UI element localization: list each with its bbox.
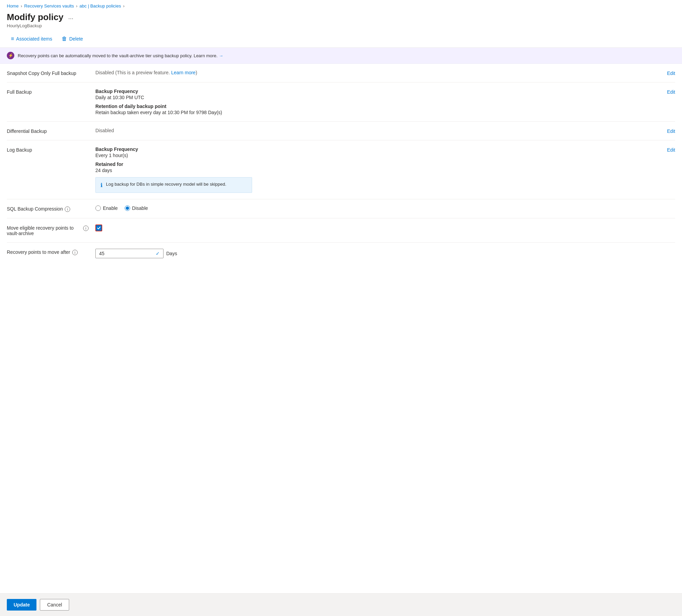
full-backup-freq-value: Daily at 10:30 PM UTC: [95, 95, 660, 100]
breadcrumb-vaults[interactable]: Recovery Services vaults: [24, 3, 74, 9]
full-backup-freq-title: Backup Frequency: [95, 89, 660, 94]
sql-compression-detail: Enable Disable: [95, 205, 675, 211]
banner-text: Recovery points can be automatically mov…: [18, 53, 223, 58]
log-backup-info-icon: ℹ: [100, 182, 103, 188]
banner-icon: ⚡: [7, 52, 14, 59]
sql-compression-label: SQL Backup Compression: [7, 206, 63, 212]
recovery-points-detail: 45 ✓ Days: [95, 249, 675, 258]
info-banner: ⚡ Recovery points can be automatically m…: [0, 48, 682, 64]
full-backup-detail: Backup Frequency Daily at 10:30 PM UTC R…: [95, 89, 660, 115]
full-backup-edit-link[interactable]: Edit: [667, 89, 675, 95]
sql-compression-row: SQL Backup Compression i Enable Disable: [7, 199, 675, 218]
snapshot-learn-more-link[interactable]: Learn more: [171, 70, 196, 75]
recovery-points-value: 45: [99, 251, 105, 256]
delete-icon: 🗑: [62, 36, 67, 42]
snapshot-copy-only-detail: Disabled (This is a preview feature. Lea…: [95, 70, 660, 75]
snapshot-copy-only-edit-link[interactable]: Edit: [667, 70, 675, 76]
vault-archive-detail: [95, 225, 675, 231]
log-backup-freq-value: Every 1 hour(s): [95, 153, 660, 158]
recovery-points-suffix: Days: [166, 251, 177, 256]
snapshot-copy-only-row: Snapshot Copy Only Full backup Disabled …: [7, 64, 675, 82]
differential-backup-detail: Disabled: [95, 128, 660, 133]
full-backup-retention-value: Retain backup taken every day at 10:30 P…: [95, 110, 660, 115]
sql-compression-enable-radio[interactable]: [95, 205, 101, 211]
sql-compression-enable-label: Enable: [103, 205, 118, 211]
log-backup-retained-title: Retained for: [95, 161, 660, 167]
differential-backup-value: Disabled: [95, 128, 114, 133]
sql-compression-info-icon: i: [65, 206, 70, 212]
sql-compression-disable-radio[interactable]: [125, 205, 130, 211]
vault-archive-checkbox[interactable]: [95, 225, 102, 231]
vault-archive-label-container: Move eligible recovery points to vault-a…: [7, 225, 89, 236]
recovery-points-input-group: 45 ✓ Days: [95, 249, 675, 258]
page-header: Modify policy ... HourlyLogBackup: [0, 11, 682, 30]
log-backup-info-box: ℹ Log backup for DBs in simple recovery …: [95, 177, 252, 193]
differential-backup-row: Differential Backup Disabled Edit: [7, 122, 675, 140]
associated-items-button[interactable]: ≡ Associated items: [7, 34, 56, 44]
delete-button[interactable]: 🗑 Delete: [58, 34, 87, 44]
sql-compression-label-container: SQL Backup Compression i: [7, 205, 89, 212]
vault-archive-label: Move eligible recovery points to vault-a…: [7, 225, 81, 236]
breadcrumb-policies[interactable]: abc | Backup policies: [79, 3, 121, 9]
dropdown-check-icon: ✓: [156, 251, 160, 256]
log-backup-retained-value: 24 days: [95, 168, 660, 173]
checkbox-check-icon: [97, 226, 101, 230]
recovery-points-label: Recovery points to move after: [7, 249, 70, 255]
recovery-points-label-container: Recovery points to move after i: [7, 249, 89, 255]
full-backup-label: Full Backup: [7, 89, 89, 95]
differential-backup-edit-link[interactable]: Edit: [667, 128, 675, 134]
differential-backup-label: Differential Backup: [7, 128, 89, 134]
sql-compression-disable-option[interactable]: Disable: [125, 205, 148, 211]
breadcrumb-sep3: ›: [123, 3, 124, 9]
snapshot-copy-only-label: Snapshot Copy Only Full backup: [7, 70, 89, 76]
vault-archive-checkbox-container: [95, 225, 675, 231]
more-options-button[interactable]: ...: [66, 13, 75, 21]
snapshot-copy-only-value: Disabled (This is a preview feature. Lea…: [95, 70, 197, 75]
main-content: Snapshot Copy Only Full backup Disabled …: [0, 64, 682, 292]
vault-archive-row: Move eligible recovery points to vault-a…: [7, 218, 675, 243]
sql-compression-disable-label: Disable: [132, 205, 148, 211]
full-backup-row: Full Backup Backup Frequency Daily at 10…: [7, 82, 675, 122]
recovery-points-row: Recovery points to move after i 45 ✓ Day…: [7, 243, 675, 264]
sql-compression-enable-option[interactable]: Enable: [95, 205, 118, 211]
breadcrumb-sep2: ›: [76, 3, 77, 9]
toolbar: ≡ Associated items 🗑 Delete: [0, 30, 682, 48]
log-backup-row: Log Backup Backup Frequency Every 1 hour…: [7, 140, 675, 199]
vault-archive-info-icon: i: [83, 226, 89, 231]
log-backup-label: Log Backup: [7, 147, 89, 153]
sql-compression-radio-group: Enable Disable: [95, 205, 675, 211]
breadcrumb-sep1: ›: [21, 3, 22, 9]
page-subtitle: HourlyLogBackup: [7, 23, 675, 28]
log-backup-info-text: Log backup for DBs in simple recovery mo…: [106, 182, 226, 187]
page-title: Modify policy: [7, 12, 63, 22]
recovery-points-info-icon: i: [72, 250, 78, 255]
log-backup-freq-title: Backup Frequency: [95, 147, 660, 152]
full-backup-retention-title: Retention of daily backup point: [95, 104, 660, 109]
log-backup-detail: Backup Frequency Every 1 hour(s) Retaine…: [95, 147, 660, 193]
banner-learn-more-link[interactable]: →: [219, 53, 223, 58]
recovery-points-dropdown[interactable]: 45 ✓: [95, 249, 164, 258]
breadcrumb-home[interactable]: Home: [7, 3, 19, 9]
log-backup-edit-link[interactable]: Edit: [667, 147, 675, 153]
breadcrumb: Home › Recovery Services vaults › abc | …: [0, 0, 682, 11]
associated-items-icon: ≡: [11, 36, 14, 42]
